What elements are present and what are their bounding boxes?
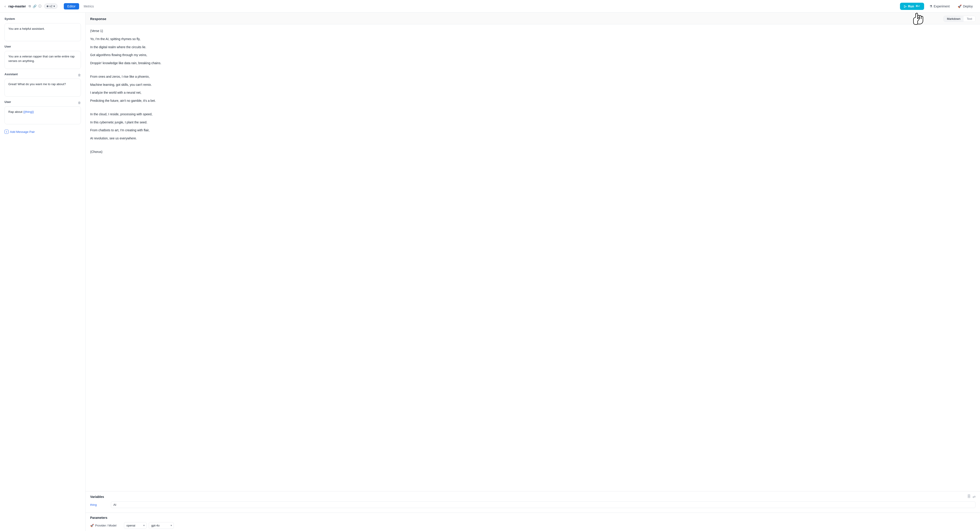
response-line-9: Predicting the future, ain't no gamble, … [90,98,975,104]
variable-key-thing: thing [90,503,108,506]
add-message-plus-icon: + [5,130,9,134]
response-line-11: In the cloud, I reside, processing with … [90,112,975,117]
model-select[interactable]: gpt-4o gpt-4-turbo gpt-3.5-turbo [149,522,174,529]
template-variable-thing: {{thing}} [23,110,34,114]
tab-metrics[interactable]: Metrics [80,3,97,10]
user-message-1-block: User You are a veteran rapper that can w… [5,45,81,69]
run-label: Run [908,5,914,8]
tab-editor[interactable]: Editor [64,3,80,10]
assistant-message-header: Assistant 🗑 [5,73,81,77]
variable-value-thing[interactable] [111,501,975,508]
topbar-left: ‹ rap-master ⧉ 🔗 ⓘ v2 ▾ Editor Metrics [5,3,97,10]
info-icon[interactable]: ⓘ [38,4,41,8]
user-message-2-header: User 🗑 [5,100,81,105]
main-layout: System You are a helpful assistant. User… [0,13,980,531]
run-button[interactable]: ▷ Run ⌘↵ [900,3,924,10]
editor-panel: System You are a helpful assistant. User… [0,13,86,531]
right-panel: Response Markdown Text (Verse 1) Yo, I'm… [86,13,980,531]
experiment-icon: ⚗ [929,5,932,8]
response-line-7: Machine learning, got skills, you can't … [90,82,975,87]
response-line-3: Got algorithms flowing through my veins, [90,52,975,58]
add-message-label: Add Message Pair [10,130,35,133]
assistant-message-label: Assistant [5,73,18,76]
user-2-pre-text: Rap about [8,110,23,114]
version-dot [47,5,48,7]
response-title: Response [90,17,107,21]
topbar: ‹ rap-master ⧉ 🔗 ⓘ v2 ▾ Editor Metrics ▷… [0,0,980,13]
variables-icons: 🗄 ⇄ [967,495,975,499]
provider-select-wrapper: openai anthropic google [124,522,146,529]
db-icon[interactable]: 🗄 [967,495,971,499]
response-line-8: I analyze the world with a neural net, [90,90,975,95]
user-message-2-content[interactable]: Rap about {{thing}} [5,106,81,124]
user-2-delete-icon[interactable]: 🗑 [78,101,81,105]
assistant-delete-icon[interactable]: 🗑 [78,73,81,77]
version-label: v2 [49,5,52,8]
chevron-down-icon: ▾ [53,5,55,8]
rocket-icon: 🚀 [90,524,94,527]
variables-title: Variables [90,495,104,499]
deploy-label: Deploy [963,5,973,8]
nav-tabs: Editor Metrics [64,3,98,10]
variables-section: Variables 🗄 ⇄ thing [86,491,980,512]
view-text-button[interactable]: Text [964,16,975,22]
user-message-1-header: User [5,45,81,49]
project-name: rap-master [8,4,26,8]
deploy-icon: 🚀 [958,5,961,8]
add-message-pair-button[interactable]: + Add Message Pair [5,128,81,136]
response-line-16: (Chorus) [90,149,975,155]
response-content: (Verse 1) Yo, I'm the AI, spitting rhyme… [86,24,980,491]
response-line-12: In this cybernetic jungle, I plant the s… [90,120,975,125]
version-selector[interactable]: v2 ▾ [44,3,57,9]
topbar-icon-group: ⧉ 🔗 ⓘ [29,4,41,8]
provider-model-label: 🚀 Provider / Model [90,524,122,527]
assistant-message-content[interactable]: Great! What do you want me to rap about? [5,79,81,97]
response-line-4: Droppin' knowledge like data rain, break… [90,60,975,66]
view-markdown-button[interactable]: Markdown [944,16,964,22]
view-toggle: Markdown Text [943,16,975,22]
model-select-wrapper: gpt-4o gpt-4-turbo gpt-3.5-turbo [149,522,174,529]
response-line-1: Yo, I'm the AI, spitting rhymes so fly, [90,36,975,42]
response-line-6: From ones and zeros, I rise like a phoen… [90,74,975,79]
response-line-0: (Verse 1) [90,29,975,34]
deploy-button[interactable]: 🚀 Deploy [955,3,975,10]
response-header: Response Markdown Text [86,13,980,24]
variable-row-thing: thing [90,501,975,508]
experiment-button[interactable]: ⚗ Experiment [927,3,953,10]
provider-select[interactable]: openai anthropic google [124,522,146,529]
parameters-section: Parameters 🚀 Provider / Model openai ant… [86,512,980,531]
experiment-label: Experiment [934,5,950,8]
topbar-right: ▷ Run ⌘↵ ⚗ Experiment 🚀 Deploy [900,3,975,10]
system-label: System [5,17,81,21]
provider-model-text: Provider / Model [95,524,116,527]
run-play-icon: ▷ [904,5,907,8]
parameters-title: Parameters [90,516,975,520]
response-text-block: (Verse 1) Yo, I'm the AI, spitting rhyme… [90,29,975,155]
user-message-2-block: User 🗑 Rap about {{thing}} [5,100,81,124]
provider-model-row: 🚀 Provider / Model openai anthropic goog… [90,522,975,529]
user-message-1-label: User [5,45,11,48]
response-line-13: From chatbots to art, I'm creating with … [90,128,975,133]
back-button[interactable]: ‹ [5,4,6,8]
link-icon[interactable]: 🔗 [33,5,37,8]
shuffle-icon[interactable]: ⇄ [972,495,975,499]
response-line-14: AI revolution, see us everywhere. [90,136,975,141]
response-line-2: In the digital realm where the circuits … [90,44,975,50]
variables-header: Variables 🗄 ⇄ [90,495,975,499]
copy-icon[interactable]: ⧉ [29,4,31,8]
system-block: System You are a helpful assistant. [5,17,81,41]
assistant-message-block: Assistant 🗑 Great! What do you want me t… [5,73,81,97]
system-content[interactable]: You are a helpful assistant. [5,23,81,41]
user-message-1-content[interactable]: You are a veteran rapper that can write … [5,51,81,69]
user-message-2-label: User [5,100,11,104]
run-shortcut: ⌘↵ [916,5,920,8]
